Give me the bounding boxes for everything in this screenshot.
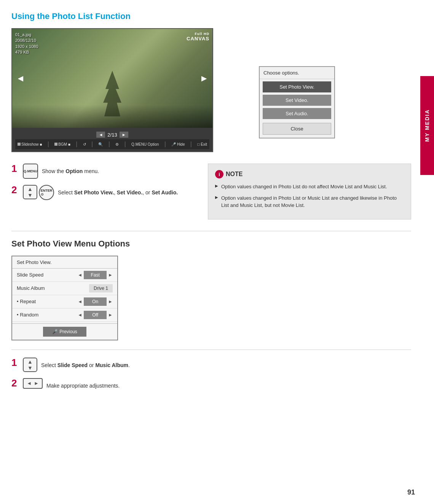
bs1-prefix: Select <box>41 362 57 368</box>
options-panel: Choose options. Set Photo View. Set Vide… <box>259 66 335 138</box>
bottom-steps-section: 1 ▲ ▼ Select Slide Speed or Music Album.… <box>11 358 411 390</box>
note-panel: i NOTE Option values changed in Photo Li… <box>208 164 411 219</box>
sidebar-my-media: MY MEDIA <box>420 76 434 175</box>
prev-icon: 🎤 <box>52 329 58 334</box>
slideshow-icon <box>18 143 21 146</box>
bs1-bold2: Music Album <box>95 362 128 368</box>
note-icon: i <box>215 170 223 178</box>
photo-controls: ◄ 2/13 ► Slideshow ■ | BGM ■ | ↺ <box>12 128 212 151</box>
menu-options-box: Set Photo View. Slide Speed ◄ Fast ► Mus… <box>11 256 118 340</box>
right-arrow-icon: ► <box>34 380 39 386</box>
photo-viewer: 01_a.jpg 2008/12/10 1920 x 1080 479 KB F… <box>11 28 213 152</box>
bs1-suffix: . <box>128 362 130 368</box>
next-image-button[interactable]: ► <box>199 73 209 84</box>
slide-speed-label: Slide Speed <box>17 272 74 278</box>
repeat-value: ◄ On ► <box>78 297 113 306</box>
toolbar-settings[interactable]: ⚙ <box>115 142 119 146</box>
note-title: i NOTE <box>215 170 404 178</box>
bs1-bold1: Slide Speed <box>57 362 88 368</box>
date: 2008/12/10 <box>15 38 36 43</box>
set-photo-title-prefix: Set Photo View <box>11 239 72 248</box>
slide-speed-right-arrow[interactable]: ► <box>108 272 113 278</box>
set-photo-view-section: Set Photo View Menu Options Set Photo Vi… <box>11 239 411 340</box>
filename: 01_a.jpg <box>15 32 31 37</box>
counter-prev-button[interactable]: ◄ <box>96 132 105 138</box>
bs1-mid: or <box>88 362 95 368</box>
slide-speed-value-btn[interactable]: Fast <box>84 271 107 279</box>
previous-button[interactable]: 🎤 Previous <box>43 327 86 337</box>
lr-key-icon: ◄ ► <box>23 378 43 389</box>
fullhd-label: Full HD <box>187 32 209 36</box>
bottom-step-2-number: 2 <box>11 378 19 388</box>
prev-image-button[interactable]: ◄ <box>16 73 25 84</box>
set-photo-view-button[interactable]: Set Photo View. <box>263 81 331 92</box>
random-value-btn[interactable]: Off <box>84 311 107 319</box>
set-audio-button[interactable]: Set Audio. <box>263 108 331 119</box>
set-video-button[interactable]: Set Video. <box>263 95 331 106</box>
bottom-step-2-text: Make appropriate adjustments. <box>46 378 120 390</box>
toolbar-exit[interactable]: □ Exit <box>197 142 207 146</box>
up-arrow-icon: ▲ <box>27 359 33 365</box>
random-value: ◄ Off ► <box>78 311 113 319</box>
counter-value: 2/13 <box>107 132 117 138</box>
step1-prefix: Show the <box>42 168 65 174</box>
music-album-value-text: Drive 1 <box>89 284 113 293</box>
random-row: • Random ◄ Off ► <box>12 308 117 322</box>
step-1-row: 1 Q.MENU Show the Option menu. <box>11 164 200 179</box>
left-arrow-icon: ◄ <box>27 380 32 386</box>
random-left-arrow[interactable]: ◄ <box>78 312 82 318</box>
step1-suffix: menu. <box>83 168 99 174</box>
bgm-icon <box>54 143 57 146</box>
toolbar-bgm[interactable]: BGM ■ <box>54 142 70 146</box>
step2-prefix: Select <box>58 189 74 196</box>
toolbar-option[interactable]: Q.MENU Option <box>131 142 159 146</box>
prev-label: Previous <box>59 329 77 334</box>
step2-suffix-pre: or <box>144 189 152 196</box>
random-right-arrow[interactable]: ► <box>108 312 113 318</box>
options-panel-title: Choose options. <box>260 67 334 79</box>
up-down-nav-key: ▲ ▼ <box>23 358 37 372</box>
bottom-step-1-text: Select Slide Speed or Music Album. <box>41 358 130 369</box>
filesize: 479 KB <box>15 50 29 54</box>
slide-speed-left-arrow[interactable]: ◄ <box>78 272 82 278</box>
photo-info: 01_a.jpg 2008/12/10 1920 x 1080 479 KB <box>15 32 38 56</box>
repeat-left-arrow[interactable]: ◄ <box>78 299 82 304</box>
toolbar: Slideshow ■ | BGM ■ | ↺ | 🔍 | ⚙ | Q.MENU… <box>15 139 209 149</box>
toolbar-slideshow[interactable]: Slideshow ■ <box>18 142 42 146</box>
repeat-right-arrow[interactable]: ► <box>108 299 113 304</box>
bottom-step-1-row: 1 ▲ ▼ Select Slide Speed or Music Album. <box>11 358 411 372</box>
note-item-2: Option values changed in Photo List or M… <box>215 194 404 209</box>
toolbar-rotate[interactable]: ↺ <box>83 142 86 146</box>
music-album-value: Drive 1 <box>89 284 113 293</box>
resolution: 1920 x 1080 <box>15 44 38 49</box>
canvas-text: CANVAS <box>187 36 209 41</box>
set-photo-view-title: Set Photo View Menu Options <box>11 239 411 249</box>
repeat-row: • Repeat ◄ On ► <box>12 295 117 308</box>
repeat-value-btn[interactable]: On <box>84 297 107 306</box>
music-album-row: Music Album Drive 1 <box>12 282 117 295</box>
repeat-label: • Repeat <box>17 299 74 304</box>
page-number: 91 <box>407 488 415 496</box>
step-1-text: Show the Option menu. <box>42 164 99 175</box>
section-divider <box>11 231 411 231</box>
set-photo-title-suffix: Menu Options <box>72 239 130 248</box>
random-label: • Random <box>17 312 74 318</box>
step2-bold2: Set Video. <box>117 189 142 196</box>
qmenu-key-icon: Q.MENU <box>23 164 38 179</box>
canvas-logo: Full HD CANVAS <box>187 32 209 41</box>
enter-key-icon: ENTER⊙ <box>39 185 54 200</box>
photo-image: 01_a.jpg 2008/12/10 1920 x 1080 479 KB F… <box>12 29 212 128</box>
step2-bold1: Set Photo View. <box>74 189 114 196</box>
counter-next-button[interactable]: ► <box>120 132 128 138</box>
sidebar-label-text: MY MEDIA <box>424 109 430 142</box>
up-down-key-icon: ▲ ▼ <box>23 185 37 199</box>
step-2-text: Select Set Photo View., Set Video., or S… <box>58 185 178 197</box>
close-button[interactable]: Close <box>263 123 331 135</box>
step2-bold3: Set Audio. <box>152 189 178 196</box>
toolbar-search[interactable]: 🔍 <box>98 142 103 146</box>
toolbar-hide[interactable]: 🎤 Hide <box>171 142 185 146</box>
note-title-text: NOTE <box>226 171 243 178</box>
menu-box-header: Set Photo View. <box>12 256 117 269</box>
music-album-label: Music Album <box>17 285 85 291</box>
step-2-row: 2 ▲ ▼ ENTER⊙ Select Set Photo View., Set… <box>11 185 200 200</box>
